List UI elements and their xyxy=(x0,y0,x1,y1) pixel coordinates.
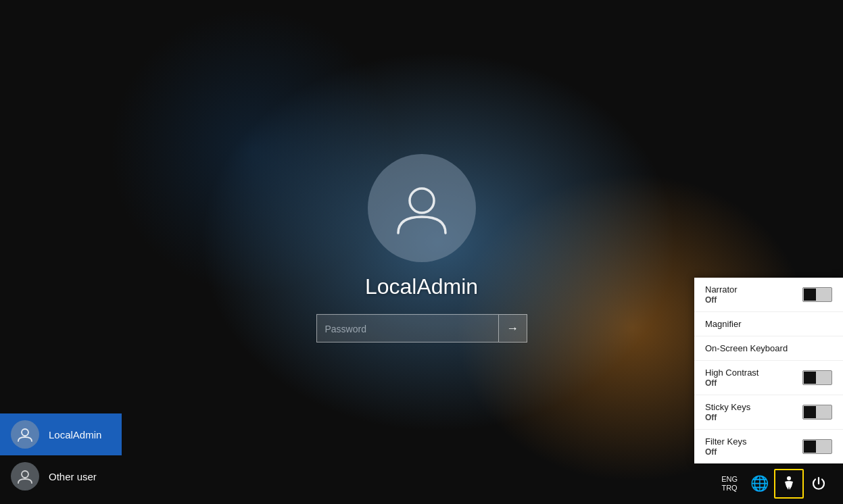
acc-filter-info: Filter Keys Off xyxy=(705,436,746,457)
acc-item-sticky-keys[interactable]: Sticky Keys Off xyxy=(694,395,843,430)
password-input[interactable] xyxy=(316,314,499,343)
acc-filter-status: Off xyxy=(705,447,746,457)
acc-item-magnifier[interactable]: Magnifier xyxy=(694,312,843,336)
lang-line2: TRQ xyxy=(721,484,738,493)
user-name-localadmin: LocalAdmin xyxy=(49,429,101,440)
user-item-localadmin[interactable]: LocalAdmin xyxy=(0,413,122,455)
power-button[interactable] xyxy=(804,469,834,499)
acc-narrator-label: Narrator xyxy=(705,284,738,295)
svg-point-2 xyxy=(22,471,28,478)
avatar-icon xyxy=(391,178,452,238)
user-name-other: Other user xyxy=(49,471,97,482)
svg-point-1 xyxy=(22,429,28,436)
ease-icon xyxy=(780,475,798,493)
user-item-other[interactable]: Other user xyxy=(0,455,122,497)
filter-toggle[interactable] xyxy=(802,439,832,454)
password-row: → xyxy=(316,314,527,343)
acc-sticky-info: Sticky Keys Off xyxy=(705,402,750,422)
acc-magnifier-label: Magnifier xyxy=(705,319,741,329)
accessibility-panel: Narrator Off Magnifier On-Screen Keyboar… xyxy=(694,278,843,463)
svg-point-3 xyxy=(787,476,791,480)
filter-toggle-thumb xyxy=(804,440,816,453)
user-avatar xyxy=(368,154,476,262)
login-center: LocalAdmin → xyxy=(316,154,527,343)
user-list: LocalAdmin Other user xyxy=(0,413,122,504)
displayed-username: LocalAdmin xyxy=(365,274,478,299)
ease-of-access-button[interactable] xyxy=(774,469,804,499)
acc-contrast-label: High Contrast xyxy=(705,368,758,378)
contrast-toggle[interactable] xyxy=(802,370,832,385)
contrast-toggle-thumb xyxy=(804,372,816,384)
svg-point-0 xyxy=(410,188,434,213)
globe-icon: 🌐 xyxy=(750,475,769,493)
bottom-right-bar: ENG TRQ 🌐 xyxy=(712,463,843,504)
acc-sticky-label: Sticky Keys xyxy=(705,402,750,412)
power-icon xyxy=(811,476,827,492)
submit-button[interactable]: → xyxy=(499,314,527,343)
acc-narrator-info: Narrator Off xyxy=(705,284,738,305)
acc-narrator-status: Off xyxy=(705,295,738,305)
globe-button[interactable]: 🌐 xyxy=(744,469,774,499)
acc-contrast-status: Off xyxy=(705,378,758,388)
sticky-toggle[interactable] xyxy=(802,405,832,420)
sticky-toggle-thumb xyxy=(804,406,816,418)
lang-line1: ENG xyxy=(721,475,738,484)
acc-item-onscreen-keyboard[interactable]: On-Screen Keyboard xyxy=(694,336,843,361)
acc-item-narrator[interactable]: Narrator Off xyxy=(694,278,843,312)
acc-keyboard-label: On-Screen Keyboard xyxy=(705,343,788,353)
acc-filter-label: Filter Keys xyxy=(705,436,746,447)
narrator-toggle[interactable] xyxy=(802,287,832,302)
language-indicator[interactable]: ENG TRQ xyxy=(721,475,738,493)
acc-item-filter-keys[interactable]: Filter Keys Off xyxy=(694,430,843,463)
user-avatar-small-other xyxy=(11,462,39,490)
arrow-icon: → xyxy=(506,321,519,335)
user-avatar-small-localadmin xyxy=(11,420,39,449)
acc-sticky-status: Off xyxy=(705,413,750,422)
acc-item-high-contrast[interactable]: High Contrast Off xyxy=(694,361,843,395)
narrator-toggle-thumb xyxy=(804,288,816,301)
acc-contrast-info: High Contrast Off xyxy=(705,368,758,388)
